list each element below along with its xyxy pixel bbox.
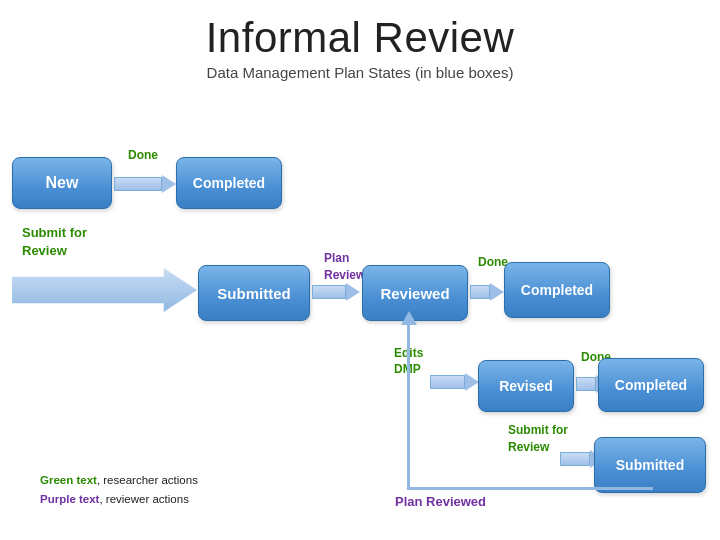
label-submit-for-review-1: Submit for Review xyxy=(22,224,87,260)
state-completed-1: Completed xyxy=(176,157,282,209)
state-completed-3: Completed xyxy=(598,358,704,412)
arrow-submitted-to-reviewed xyxy=(312,283,360,301)
label-plan-reviewed-2: Plan Reviewed xyxy=(395,494,486,509)
legend-purple-desc: , reviewer actions xyxy=(99,493,188,505)
loop-up-arrowhead xyxy=(401,311,417,325)
legend-green-desc: , researcher actions xyxy=(97,474,198,486)
page-subtitle: Data Management Plan States (in blue box… xyxy=(0,64,720,81)
state-new: New xyxy=(12,157,112,209)
arrow-submit-to-submitted xyxy=(12,268,197,312)
label-submit-for-review-2: Submit for Review xyxy=(508,422,568,456)
state-submitted-1: Submitted xyxy=(198,265,310,321)
state-revised: Revised xyxy=(478,360,574,412)
state-submitted-2: Submitted xyxy=(594,437,706,493)
legend-green-label: Green text xyxy=(40,474,97,486)
arrow-to-revised xyxy=(430,373,479,391)
loop-horizontal-line xyxy=(407,487,653,490)
arrow-new-to-completed xyxy=(114,175,176,193)
legend-purple-label: Purple text xyxy=(40,493,99,505)
state-completed-2: Completed xyxy=(504,262,610,318)
label-done-1: Done xyxy=(128,148,158,162)
loop-vertical-line xyxy=(407,322,410,490)
legend: Green text, researcher actions Purple te… xyxy=(40,471,198,510)
arrow-reviewed-to-completed2 xyxy=(470,283,504,301)
page-title: Informal Review xyxy=(0,0,720,62)
